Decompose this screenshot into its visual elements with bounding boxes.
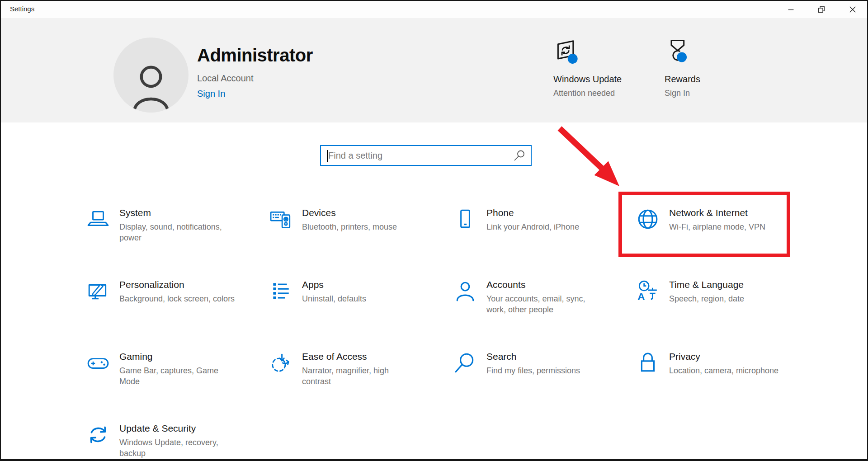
tile-description-line: Game Bar, captures, Game — [119, 366, 218, 376]
tile-personalization[interactable]: Personalization Background, lock screen,… — [87, 279, 259, 305]
rewards-icon — [665, 38, 755, 66]
tile-description-line: contrast — [302, 376, 389, 387]
tile-title: Privacy — [669, 351, 778, 362]
tile-description: Bluetooth, printers, mouse — [302, 222, 397, 233]
accounts-icon — [454, 280, 476, 304]
search-icon[interactable] — [514, 150, 525, 161]
tile-description-line: Background, lock screen, colors — [119, 294, 235, 305]
tile-update-security[interactable]: Update & Security Windows Update, recove… — [87, 423, 259, 459]
rewards-label: Rewards — [665, 74, 755, 85]
tile-description: Uninstall, defaults — [302, 294, 366, 305]
apps-icon — [269, 280, 292, 304]
search-input[interactable] — [321, 151, 514, 161]
tile-description: Narrator, magnifier, highcontrast — [302, 366, 389, 387]
windows-update-label: Windows Update — [553, 74, 657, 85]
tile-description-line: Mode — [119, 376, 218, 387]
person-icon — [128, 59, 174, 113]
tile-devices[interactable]: Devices Bluetooth, printers, mouse — [269, 207, 442, 233]
close-button[interactable] — [842, 1, 863, 18]
rewards-status: Sign In — [665, 89, 755, 98]
tile-description: Display, sound, notifications,power — [119, 222, 222, 244]
tile-description-line: backup — [119, 448, 218, 459]
restore-icon — [818, 6, 825, 13]
tile-phone[interactable]: Phone Link your Android, iPhone — [454, 207, 627, 233]
tile-description: Speech, region, date — [669, 294, 744, 305]
tile-description-line: Display, sound, notifications, — [119, 222, 222, 233]
user-avatar — [113, 38, 189, 113]
minimize-icon — [788, 7, 794, 13]
tile-description: Location, camera, microphone — [669, 366, 778, 376]
tile-title: Gaming — [119, 351, 218, 362]
privacy-icon — [637, 352, 659, 376]
tile-system[interactable]: System Display, sound, notifications,pow… — [87, 207, 259, 244]
tile-description-line: Narrator, magnifier, high — [302, 366, 389, 376]
tile-description: Windows Update, recovery,backup — [119, 437, 218, 459]
tile-title: Personalization — [119, 279, 235, 290]
tile-title: System — [119, 207, 222, 218]
tile-privacy[interactable]: Privacy Location, camera, microphone — [637, 351, 809, 376]
tile-network-internet[interactable]: Network & Internet Wi-Fi, airplane mode,… — [637, 207, 809, 233]
title-bar[interactable]: Settings — [1, 1, 867, 18]
update-security-icon — [87, 423, 109, 448]
tile-description-line: Windows Update, recovery, — [119, 437, 218, 448]
windows-update-icon — [553, 38, 657, 66]
tile-description: Your accounts, email, sync,work, other p… — [486, 294, 585, 315]
tile-title: Time & Language — [669, 279, 744, 290]
windows-update-status: Attention needed — [553, 89, 657, 98]
minimize-button[interactable] — [780, 1, 801, 18]
tile-description: Game Bar, captures, GameMode — [119, 366, 218, 387]
tile-description: Background, lock screen, colors — [119, 294, 235, 305]
close-icon — [849, 6, 856, 13]
tile-description-line: Your accounts, email, sync, — [486, 294, 585, 305]
window-title: Settings — [10, 5, 34, 13]
windows-update-quicklink[interactable]: Windows Update Attention needed — [553, 38, 657, 98]
search-category-icon — [454, 352, 476, 376]
tile-ease-of-access[interactable]: Ease of Access Narrator, magnifier, high… — [269, 351, 442, 387]
user-name: Administrator — [197, 45, 313, 66]
phone-icon — [454, 208, 476, 232]
tile-description-line: Wi-Fi, airplane mode, VPN — [669, 222, 765, 233]
tile-time-language[interactable]: A Time & Language Speech, region, date — [637, 279, 809, 305]
rewards-quicklink[interactable]: Rewards Sign In — [665, 38, 755, 98]
annotation-arrow-icon — [533, 115, 633, 194]
account-type-label: Local Account — [197, 73, 313, 84]
tile-title: Apps — [302, 279, 366, 290]
tile-apps[interactable]: Apps Uninstall, defaults — [269, 279, 442, 305]
sign-in-link[interactable]: Sign In — [197, 89, 225, 99]
globe-icon — [637, 208, 659, 232]
tile-title: Devices — [302, 207, 397, 218]
tile-description-line: Find my files, permissions — [486, 366, 580, 376]
tile-title: Accounts — [486, 279, 585, 290]
tile-description: Wi-Fi, airplane mode, VPN — [669, 222, 765, 233]
laptop-icon — [87, 208, 109, 232]
tile-description: Find my files, permissions — [486, 366, 580, 376]
tile-description-line: power — [119, 233, 222, 244]
ease-of-access-icon — [269, 352, 292, 376]
svg-text:A: A — [637, 291, 645, 302]
tile-description-line: Speech, region, date — [669, 294, 744, 305]
tile-description-line: work, other people — [486, 305, 585, 315]
time-language-icon: A — [637, 280, 659, 304]
tile-title: Search — [486, 351, 580, 362]
tile-description: Link your Android, iPhone — [486, 222, 579, 233]
tile-description-line: Uninstall, defaults — [302, 294, 366, 305]
tile-description-line: Link your Android, iPhone — [486, 222, 579, 233]
search-box[interactable] — [320, 145, 532, 166]
tile-gaming[interactable]: Gaming Game Bar, captures, GameMode — [87, 351, 259, 387]
hero-header: Administrator Local Account Sign In Wind… — [1, 18, 867, 122]
restore-button[interactable] — [811, 1, 832, 18]
tile-search[interactable]: Search Find my files, permissions — [454, 351, 627, 376]
text-caret — [327, 150, 328, 162]
tile-title: Update & Security — [119, 423, 218, 434]
gaming-icon — [87, 352, 109, 376]
devices-icon — [269, 208, 292, 232]
tile-title: Network & Internet — [669, 207, 765, 218]
tile-description-line: Bluetooth, printers, mouse — [302, 222, 397, 233]
personalization-icon — [87, 280, 109, 304]
tile-title: Ease of Access — [302, 351, 389, 362]
tile-accounts[interactable]: Accounts Your accounts, email, sync,work… — [454, 279, 627, 315]
tile-description-line: Location, camera, microphone — [669, 366, 778, 376]
tile-title: Phone — [486, 207, 579, 218]
